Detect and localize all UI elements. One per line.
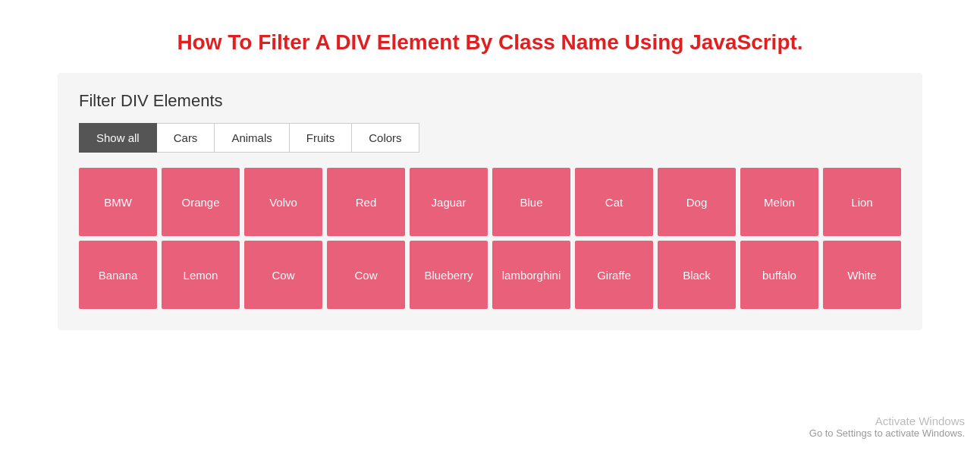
- card-6: Cat: [575, 168, 653, 236]
- card-17: Black: [658, 241, 736, 309]
- filter-btn-colors[interactable]: Colors: [352, 123, 419, 153]
- card-13: Cow: [327, 241, 405, 309]
- main-container: Filter DIV Elements Show allCarsAnimalsF…: [58, 73, 922, 330]
- card-12: Cow: [244, 241, 322, 309]
- card-9: Lion: [823, 168, 901, 236]
- section-title: Filter DIV Elements: [79, 91, 901, 111]
- card-18: buffalo: [740, 241, 818, 309]
- card-2: Volvo: [244, 168, 322, 236]
- filter-btn-animals[interactable]: Animals: [215, 123, 289, 153]
- card-0: BMW: [79, 168, 157, 236]
- card-1: Orange: [162, 168, 240, 236]
- card-5: Blue: [492, 168, 570, 236]
- card-16: Giraffe: [575, 241, 653, 309]
- card-11: Lemon: [162, 241, 240, 309]
- card-15: lamborghini: [492, 241, 570, 309]
- card-8: Melon: [740, 168, 818, 236]
- windows-line2: Go to Settings to activate Windows.: [809, 427, 965, 439]
- card-7: Dog: [658, 168, 736, 236]
- filter-btn-cars[interactable]: Cars: [157, 123, 215, 153]
- filter-buttons: Show allCarsAnimalsFruitsColors: [79, 123, 901, 153]
- cards-grid: BMWOrangeVolvoRedJaguarBlueCatDogMelonLi…: [79, 168, 901, 309]
- card-14: Blueberry: [410, 241, 488, 309]
- filter-btn-fruits[interactable]: Fruits: [290, 123, 353, 153]
- card-3: Red: [327, 168, 405, 236]
- page-title: How To Filter A DIV Element By Class Nam…: [177, 30, 803, 55]
- windows-notice: Activate Windows Go to Settings to activ…: [809, 415, 965, 439]
- card-4: Jaguar: [410, 168, 488, 236]
- filter-btn-show-all[interactable]: Show all: [79, 123, 157, 153]
- windows-line1: Activate Windows: [809, 415, 965, 427]
- card-10: Banana: [79, 241, 157, 309]
- card-19: White: [823, 241, 901, 309]
